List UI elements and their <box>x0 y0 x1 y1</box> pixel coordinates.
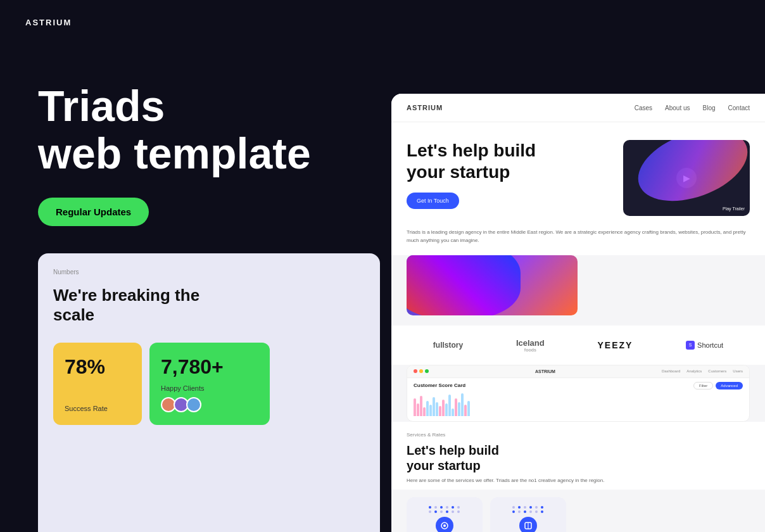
bar-6 <box>429 405 432 416</box>
svg-point-1 <box>443 524 446 527</box>
inner-nav-blog: Blog <box>703 104 716 111</box>
client-avatars <box>161 397 258 412</box>
bar-14 <box>455 398 457 416</box>
inner-hero-text: Let's help build your startup Get In Tou… <box>407 140 613 216</box>
inner-nav-about: About us <box>665 104 690 111</box>
inner-cta-button[interactable]: Get In Touch <box>407 193 459 209</box>
service-cards-row: Branding <box>391 497 765 532</box>
cta-button[interactable]: Regular Updates <box>38 198 149 226</box>
hero-section: Triads web template Regular Updates <box>38 82 311 226</box>
logo-iceland: Iceland foods <box>516 338 545 352</box>
design-icon <box>519 517 537 532</box>
brand-logo: ASTRIUM <box>25 18 72 27</box>
bar-1 <box>414 398 416 416</box>
window-dots <box>414 369 429 373</box>
inner-logo: ASTRIUM <box>407 104 443 111</box>
bar-15 <box>458 402 460 416</box>
logo-yeezy: YEEZY <box>597 340 633 350</box>
inner-description: Triads is a leading design agency in the… <box>391 229 765 255</box>
top-navigation: ASTRIUM <box>0 0 765 44</box>
dashboard-logo: ASTRIUM <box>535 369 555 374</box>
services-desc: Here are some of the services we offer. … <box>407 477 750 484</box>
stat-card-happy-clients: 7,780+ Happy Clients <box>149 343 270 425</box>
bar-16 <box>461 393 464 416</box>
preview-card-left: Numbers We're breaking the scale 78% Suc… <box>38 253 380 532</box>
stats-row: 78% Success Rate 7,780+ Happy Clients <box>53 343 365 425</box>
inner-hero: Let's help build your startup Get In Tou… <box>391 122 765 229</box>
bar-7 <box>433 397 435 416</box>
stat-label-success: Success Rate <box>65 405 130 412</box>
service-card-branding: Branding <box>407 497 483 532</box>
bar-5 <box>426 401 429 416</box>
services-heading: Let's help build your startup <box>407 443 750 473</box>
inner-services: Services & Rates Let's help build your s… <box>391 422 765 490</box>
chart-bars <box>407 393 749 419</box>
numbers-label: Numbers <box>53 269 365 276</box>
bar-4 <box>423 407 426 416</box>
logos-row: fullstory Iceland foods YEEZY S Shortcut <box>391 326 765 365</box>
bar-8 <box>436 402 438 416</box>
play-label: Play Trailer <box>723 206 745 211</box>
dashboard-nav: Dashboard Analytics Customers Users <box>662 369 743 373</box>
inner-hero-heading: Let's help build your startup <box>407 140 613 182</box>
stat-value-percentage: 78% <box>65 355 130 379</box>
bar-3 <box>420 396 422 416</box>
services-label: Services & Rates <box>407 432 750 438</box>
advanced-btn[interactable]: Advanced <box>716 382 743 390</box>
branding-icon <box>436 517 453 532</box>
stat-label-clients: Happy Clients <box>161 384 258 392</box>
preview-panel-right: ASTRIUM Cases About us Blog Contact Let'… <box>391 94 765 532</box>
filter-btn[interactable]: Filter <box>693 382 713 390</box>
bar-17 <box>464 405 467 416</box>
inner-desc-text: Triads is a leading design agency in the… <box>407 229 750 245</box>
dashboard-content: Customer Score Card Filter Advanced <box>407 378 749 393</box>
bar-11 <box>445 403 448 416</box>
service-card-design: Design <box>490 497 566 532</box>
filter-buttons: Filter Advanced <box>693 382 743 390</box>
dot-yellow <box>419 369 423 373</box>
dot-grid-design <box>512 506 545 513</box>
inner-nav-links: Cases About us Blog Contact <box>635 104 750 111</box>
avatar-3 <box>186 397 201 412</box>
shortcut-icon: S <box>686 341 695 350</box>
dot-green <box>425 369 429 373</box>
inner-dashboard: ASTRIUM Dashboard Analytics Customers Us… <box>407 365 750 422</box>
dashboard-top-bar: ASTRIUM Dashboard Analytics Customers Us… <box>407 365 749 378</box>
score-card-label: Customer Score Card <box>414 383 465 388</box>
bar-9 <box>439 406 441 416</box>
dot-grid-branding <box>429 506 461 513</box>
logo-fullstory: fullstory <box>433 341 463 350</box>
bar-10 <box>442 400 445 416</box>
inner-nav-cases: Cases <box>635 104 652 111</box>
inner-colorful-image <box>407 255 578 315</box>
inner-images-row <box>407 255 750 315</box>
logo-shortcut: S Shortcut <box>686 341 723 350</box>
preview-heading: We're breaking the scale <box>53 286 365 325</box>
hero-title: Triads web template <box>38 82 311 177</box>
bar-2 <box>417 403 419 416</box>
bar-18 <box>467 401 470 416</box>
bar-12 <box>448 395 451 416</box>
bar-13 <box>452 408 454 416</box>
dot-red <box>414 369 417 373</box>
inner-nav: ASTRIUM Cases About us Blog Contact <box>391 94 765 122</box>
colorful-blob <box>407 255 521 315</box>
inner-nav-contact: Contact <box>728 104 750 111</box>
inner-hero-image: ▶ Play Trailer <box>623 140 750 216</box>
swirl-decoration <box>628 140 750 215</box>
stat-card-success-rate: 78% Success Rate <box>53 343 142 425</box>
stat-value-clients: 7,780+ <box>161 355 258 379</box>
